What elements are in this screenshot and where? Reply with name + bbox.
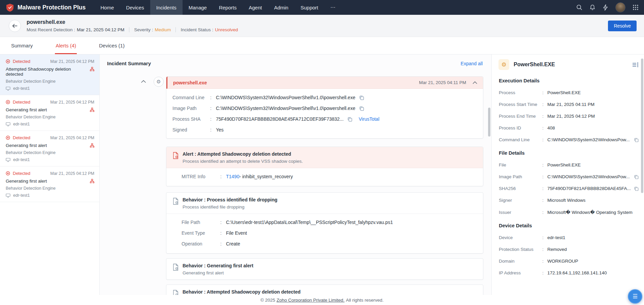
detail-row: Device edr-test1	[492, 232, 644, 243]
alert-detail-card: Alert : Attempted Shadowcopy deletion de…	[166, 147, 483, 186]
field-label: Process SHA	[172, 116, 210, 122]
detail-value: edr-test1	[547, 235, 639, 240]
field-value: Create	[226, 241, 240, 246]
alert-list-item[interactable]: Detected Mar 21, 2025 04:12 PM Generatin…	[0, 166, 99, 202]
alert-time: Mar 21, 2025 04:12 PM	[50, 100, 94, 105]
severity-label: Severity :	[134, 27, 153, 32]
menu-icon: ☰	[633, 293, 638, 300]
nav-item-home[interactable]: Home	[94, 0, 120, 15]
field-value: C:\WINDOWS\System32\WindowsPowerShell\v1…	[216, 95, 355, 100]
expand-all-link[interactable]: Expand all	[461, 61, 483, 66]
detail-value: Removed	[547, 247, 639, 252]
alert-detail-title: Alert : Attempted Shadowcopy deletion de…	[183, 151, 303, 157]
detail-value: 172.19.64.1,192.168.141.140	[547, 270, 639, 275]
notifications-bell-icon[interactable]	[589, 4, 595, 10]
process-card-header[interactable]: powershell.exe Mar 21, 2025 04:11 PM	[166, 77, 483, 89]
field-row: Signed Yes	[166, 124, 483, 135]
timeline-gear-icon[interactable]: ⚙	[154, 77, 164, 87]
detection-engine: Behavior Detection Engine	[6, 79, 94, 84]
tab-summary[interactable]: Summary	[11, 37, 33, 54]
nav-item-manage[interactable]: Manage	[183, 0, 213, 15]
nav-item-support[interactable]: Support	[294, 0, 324, 15]
nav-item-agent[interactable]: Agent	[243, 0, 268, 15]
nav-item-reports[interactable]: Reports	[213, 0, 243, 15]
copy-icon[interactable]	[347, 117, 352, 122]
field-colon	[210, 106, 216, 111]
nav-item-devices[interactable]: Devices	[120, 0, 150, 15]
alert-list-item[interactable]: Detected Mar 21, 2025 04:12 PM Generatin…	[0, 95, 99, 131]
apps-grid-icon[interactable]	[633, 4, 639, 10]
main-scrollbar-thumb[interactable]	[488, 108, 490, 137]
detail-colon	[542, 114, 547, 119]
footer-company-link[interactable]: Zoho Corporation Private Limited.	[277, 298, 345, 303]
tab-alerts[interactable]: Alerts (4)	[56, 37, 76, 54]
detection-engine: Behavior Detection Engine	[6, 186, 94, 191]
panel-collapse-icon[interactable]	[632, 62, 639, 68]
field-colon	[210, 116, 216, 122]
field-row: Operation Create	[166, 238, 483, 249]
alert-list-item[interactable]: Detected Mar 21, 2025 04:12 PM Generatin…	[0, 131, 99, 166]
main-nav: Home Devices Incidents Manage Reports Ag…	[94, 0, 341, 15]
field-colon	[220, 241, 226, 246]
copy-icon[interactable]	[634, 138, 639, 142]
panel-scrollbar-thumb[interactable]	[641, 59, 643, 193]
search-icon[interactable]	[576, 4, 582, 10]
detail-label: Domain	[499, 259, 542, 264]
copy-icon[interactable]	[634, 175, 639, 179]
severity-value: Medium	[155, 27, 171, 32]
flash-icon[interactable]	[603, 4, 608, 11]
footer-rights: All rights reserved.	[346, 298, 384, 303]
chevron-up-icon[interactable]	[473, 81, 477, 84]
alert-card-fields: MITRE Info T1490- inhibit_system_recover…	[166, 168, 483, 186]
back-button[interactable]	[9, 20, 21, 32]
monitor-icon	[6, 193, 10, 198]
detail-label: IP Address	[499, 270, 542, 275]
alert-time: Mar 21, 2025 04:12 PM	[50, 171, 94, 176]
nav-item-admin[interactable]: Admin	[268, 0, 295, 15]
process-tree-icon[interactable]	[90, 179, 94, 183]
field-row: File Path C:\Users\edr-test1\AppData\Loc…	[166, 217, 483, 228]
detail-colon	[542, 162, 547, 167]
field-row: Event Type File Event	[166, 228, 483, 238]
process-tree-icon[interactable]	[90, 67, 94, 71]
process-tree-icon[interactable]	[90, 108, 94, 112]
document-gear-icon	[172, 290, 179, 295]
tab-bar: Summary Alerts (4) Devices (1)	[0, 37, 644, 54]
nav-item-more[interactable]: ⋯	[324, 0, 342, 15]
detail-colon	[542, 125, 547, 130]
detail-label: Process End Time	[499, 114, 542, 119]
app-title: Malware Protection Plus	[18, 4, 86, 11]
field-label: Signed	[172, 127, 210, 132]
detail-label: SHA256	[499, 186, 542, 191]
alert-time: Mar 21, 2025 04:12 PM	[50, 59, 94, 64]
tab-devices[interactable]: Devices (1)	[99, 37, 125, 54]
copy-icon[interactable]	[359, 106, 364, 111]
field-label: Image Path	[172, 106, 210, 111]
alert-status: Detected	[13, 100, 30, 105]
detail-colon	[542, 90, 547, 95]
alert-title: Attempted Shadowcopy deletion detected	[6, 67, 87, 77]
detail-colon	[542, 102, 547, 107]
behavior-title: Behavior : Generating first alert	[183, 263, 253, 268]
detail-row: Image Path C:\WINDOWS\System32\WindowsPo…	[492, 171, 644, 183]
assistant-fab[interactable]: ☰	[628, 289, 642, 304]
copy-icon[interactable]	[359, 95, 364, 100]
user-avatar[interactable]	[615, 2, 625, 12]
field-value: 75F490D70F821AFBBBB28D8AE45FA712C0EF39F7…	[216, 116, 344, 122]
process-tree-icon[interactable]	[90, 143, 94, 148]
shield-logo-icon	[6, 3, 14, 12]
mitre-technique-link[interactable]: T1490	[226, 174, 239, 179]
behavior-subtitle: Generating first alert	[183, 270, 253, 275]
resolve-button[interactable]: Resolve	[608, 21, 637, 31]
copy-icon[interactable]	[634, 186, 639, 191]
meta-divider	[175, 27, 176, 32]
detail-value: PowerShell.EXE	[547, 90, 639, 95]
alert-list-item[interactable]: Detected Mar 21, 2025 04:12 PM Attempted…	[0, 54, 99, 95]
device-name: edr-test1	[13, 86, 30, 91]
virustotal-link[interactable]: VirusTotal	[359, 116, 379, 122]
detail-colon	[542, 210, 547, 215]
detected-status-icon	[6, 136, 10, 140]
collapse-chevron-icon[interactable]	[141, 80, 146, 83]
field-label: Operation	[182, 241, 220, 246]
nav-item-incidents[interactable]: Incidents	[150, 0, 183, 15]
